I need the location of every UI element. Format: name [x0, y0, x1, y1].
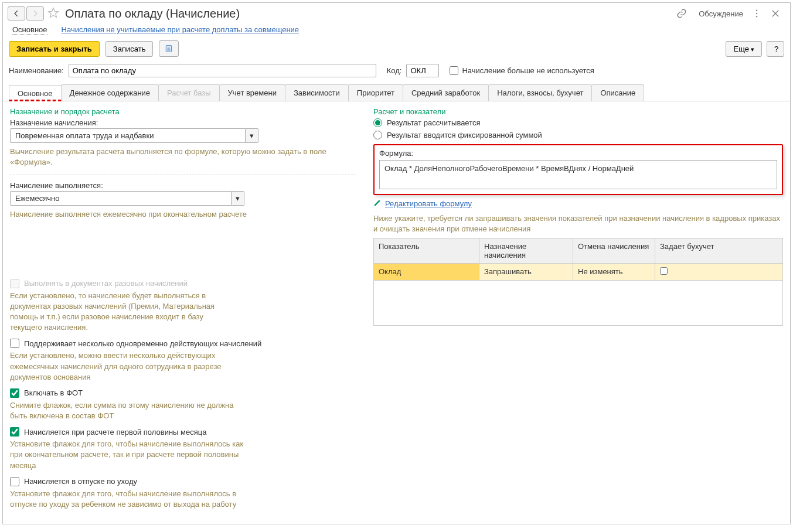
- help-button[interactable]: ?: [767, 41, 784, 57]
- formula-block: Формула: Оклад * ДоляНеполногоРабочегоВр…: [373, 144, 783, 195]
- svg-point-4: [756, 16, 757, 17]
- favorite-star-icon[interactable]: [47, 7, 59, 21]
- table-row[interactable]: Оклад Запрашивать Не изменять: [374, 264, 782, 281]
- nav-extra-link[interactable]: Начисления не учитываемые при расчете до…: [62, 25, 299, 35]
- cell-cancel: Не изменять: [573, 264, 655, 281]
- edit-formula-link[interactable]: Редактировать формулу: [385, 199, 472, 208]
- tab-base[interactable]: Расчет базы: [158, 84, 220, 101]
- th-cancel: Отмена начисления: [573, 238, 655, 264]
- name-input[interactable]: [69, 64, 376, 77]
- nav-back-button[interactable]: [8, 6, 25, 21]
- purpose-dropdown-button[interactable]: ▾: [246, 128, 258, 143]
- purpose-hint: Вычисление результата расчета выполняетс…: [10, 146, 356, 168]
- executes-hint: Начисление выполняется ежемесячно при ок…: [10, 209, 356, 220]
- discussion-button[interactable]: Обсуждение: [695, 9, 743, 18]
- svg-point-2: [756, 10, 757, 11]
- right-section-title: Расчет и показатели: [373, 107, 783, 116]
- nav-main[interactable]: Основное: [12, 25, 47, 35]
- radio-calculated[interactable]: [373, 118, 382, 127]
- fot-checkbox[interactable]: [10, 388, 19, 398]
- firsthalf-label: Начисляется при расчете первой половины …: [24, 428, 206, 436]
- save-and-close-button[interactable]: Записать и закрыть: [9, 41, 100, 57]
- oneoff-label: Выполнять в документах разовых начислени…: [24, 279, 188, 288]
- radio-calculated-label: Результат рассчитывается: [387, 118, 481, 127]
- discontinued-label: Начисление больше не используется: [462, 66, 594, 75]
- tab-main[interactable]: Основное: [9, 85, 62, 101]
- params-table: Показатель Назначение начисления Отмена …: [373, 238, 783, 326]
- purpose-label: Назначение начисления:: [10, 118, 356, 127]
- list-button[interactable]: [159, 40, 179, 57]
- leave-hint: Установите флажок для того, чтобы начисл…: [10, 489, 256, 510]
- link-icon[interactable]: [676, 8, 687, 19]
- cell-accounting: [655, 264, 782, 281]
- executes-dropdown-button[interactable]: ▾: [232, 191, 244, 206]
- discontinued-checkbox[interactable]: [450, 66, 458, 75]
- cell-assignment: Запрашивать: [479, 264, 573, 281]
- nav-forward-button[interactable]: [26, 6, 44, 21]
- tab-avg[interactable]: Средний заработок: [403, 84, 489, 101]
- tab-deps[interactable]: Зависимости: [285, 84, 349, 101]
- oneoff-checkbox: [10, 279, 19, 288]
- multi-label: Поддерживает несколько одновременно дейс…: [24, 339, 261, 348]
- multi-checkbox[interactable]: [10, 339, 19, 348]
- leave-label: Начисляется в отпуске по уходу: [24, 477, 137, 486]
- firsthalf-checkbox[interactable]: [10, 427, 19, 436]
- tab-priority[interactable]: Приоритет: [348, 84, 403, 101]
- code-label: Код:: [387, 66, 402, 75]
- more-actions-icon[interactable]: [751, 8, 762, 19]
- fot-hint: Снимите флажок, если сумма по этому начи…: [10, 400, 244, 421]
- leave-checkbox[interactable]: [10, 477, 19, 486]
- save-button[interactable]: Записать: [105, 41, 154, 57]
- executes-label: Начисление выполняется:: [10, 181, 356, 190]
- more-button[interactable]: Еще: [726, 41, 762, 57]
- formula-input[interactable]: Оклад * ДоляНеполногоРабочегоВремени * В…: [379, 160, 777, 189]
- radio-fixed[interactable]: [373, 131, 382, 139]
- th-assignment: Назначение начисления: [479, 238, 573, 264]
- page-title: Оплата по окладу (Начисление): [65, 7, 240, 21]
- tab-desc[interactable]: Описание: [591, 84, 644, 101]
- firsthalf-hint: Установите флажок для того, чтобы начисл…: [10, 439, 256, 471]
- accounting-checkbox[interactable]: [660, 267, 668, 275]
- edit-pencil-icon: [373, 199, 382, 209]
- svg-rect-5: [166, 46, 172, 52]
- tab-money[interactable]: Денежное содержание: [61, 84, 159, 101]
- th-indicator: Показатель: [374, 238, 479, 264]
- purpose-select[interactable]: Повременная оплата труда и надбавки: [10, 128, 246, 143]
- code-input[interactable]: [406, 64, 439, 77]
- executes-select[interactable]: Ежемесячно: [10, 191, 232, 206]
- fot-label: Включать в ФОТ: [24, 388, 83, 397]
- table-hint: Ниже укажите, требуется ли запрашивать з…: [373, 213, 783, 234]
- oneoff-hint: Если установлено, то начисление будет вы…: [10, 291, 233, 333]
- th-accounting: Задает бухучет: [655, 238, 782, 264]
- close-icon[interactable]: [770, 8, 781, 19]
- tab-time[interactable]: Учет времени: [219, 84, 285, 101]
- left-section-title: Назначение и порядок расчета: [10, 107, 356, 116]
- tab-taxes[interactable]: Налоги, взносы, бухучет: [488, 84, 592, 101]
- cell-indicator: Оклад: [374, 264, 479, 281]
- radio-fixed-label: Результат вводится фиксированной суммой: [387, 131, 542, 139]
- formula-label: Формула:: [379, 149, 777, 158]
- multi-hint: Если установлено, можно ввести несколько…: [10, 350, 244, 383]
- svg-point-3: [756, 13, 757, 14]
- name-label: Наименование:: [9, 66, 64, 75]
